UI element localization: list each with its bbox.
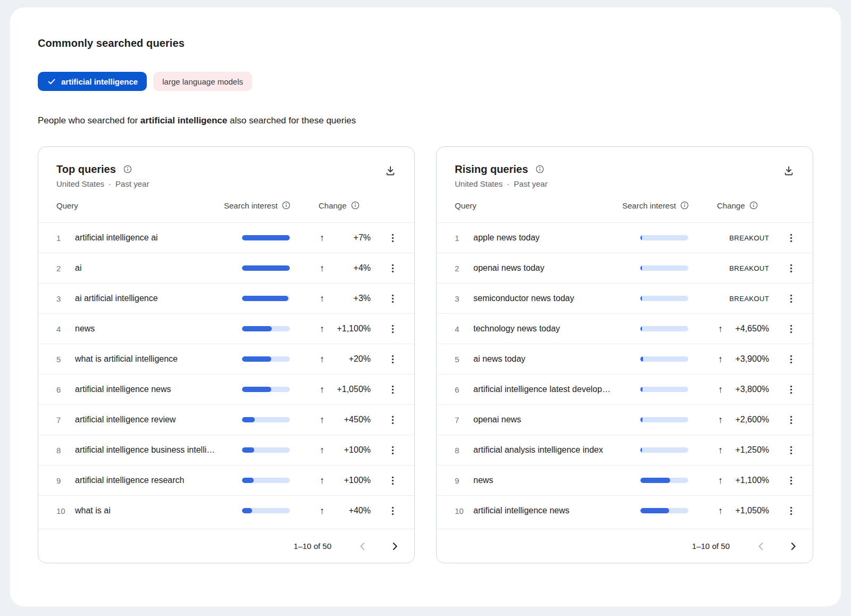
query-label[interactable]: news [75, 324, 242, 334]
kebab-menu-icon[interactable] [389, 292, 396, 305]
query-label[interactable]: what is ai [75, 506, 242, 515]
card-title: Top queries [56, 163, 116, 176]
query-label[interactable]: news [473, 476, 640, 485]
kebab-menu-icon[interactable] [788, 474, 795, 487]
next-page-icon[interactable] [386, 537, 404, 555]
kebab-menu-icon[interactable] [788, 413, 795, 427]
kebab-menu-icon[interactable] [389, 444, 396, 457]
change-cell: ↑ BREAKOUT [718, 263, 769, 273]
search-interest-bar [640, 235, 688, 240]
up-arrow-icon: ↑ [718, 476, 723, 485]
check-icon [47, 77, 56, 86]
kebab-menu-icon[interactable] [389, 504, 396, 518]
subtitle-separator: · [507, 179, 510, 188]
change-value: BREAKOUT [729, 295, 769, 303]
query-label[interactable]: artificial intelligence business intelli… [75, 445, 242, 455]
query-label[interactable]: openai news today [473, 263, 640, 273]
query-label[interactable]: ai news today [473, 354, 640, 364]
table-row: 2 ai ↑ +4% [38, 253, 414, 283]
up-arrow-icon: ↑ [320, 324, 324, 334]
search-interest-bar [640, 508, 688, 513]
kebab-menu-icon[interactable] [389, 262, 396, 275]
query-label[interactable]: semiconductor news today [473, 294, 640, 303]
previous-page-icon[interactable] [752, 537, 770, 555]
change-value: +3% [354, 294, 371, 303]
download-icon[interactable] [781, 163, 797, 179]
query-label[interactable]: openai news [473, 415, 640, 424]
interest-bar-fill [242, 447, 254, 453]
next-page-icon[interactable] [784, 537, 802, 555]
query-label[interactable]: artificial intelligence ai [75, 233, 242, 243]
info-icon[interactable] [533, 163, 546, 176]
download-icon[interactable] [382, 163, 398, 179]
kebab-menu-icon[interactable] [788, 383, 795, 396]
change-cell: ↑ +100% [320, 476, 371, 485]
query-label[interactable]: what is artificial intelligence [75, 354, 242, 364]
query-label[interactable]: apple news today [473, 233, 640, 243]
change-cell: ↑ +7% [320, 233, 371, 243]
interest-bar-fill [640, 508, 669, 513]
kebab-menu-icon[interactable] [788, 292, 795, 305]
region-label: United States [56, 179, 104, 188]
change-value: +1,050% [735, 506, 769, 515]
change-cell: ↑ +20% [320, 354, 371, 364]
page-title: Commonly searched queries [38, 37, 813, 49]
chip-artificial-intelligence[interactable]: artificial intelligence [38, 72, 147, 91]
query-label[interactable]: artificial intelligence latest develop… [473, 385, 640, 394]
kebab-menu-icon[interactable] [389, 322, 396, 336]
kebab-menu-icon[interactable] [788, 353, 795, 366]
change-value: +4% [354, 263, 371, 273]
kebab-menu-icon[interactable] [788, 504, 795, 518]
query-label[interactable]: artificial analysis intelligence index [473, 445, 640, 455]
kebab-menu-icon[interactable] [788, 262, 795, 275]
query-label[interactable]: ai [75, 263, 242, 273]
search-interest-bar [242, 478, 290, 483]
row-rank: 9 [56, 476, 75, 485]
table-row: 5 ai news today ↑ +3,900% [437, 344, 813, 374]
previous-page-icon[interactable] [354, 537, 372, 555]
chip-large-language-models[interactable]: large language models [153, 72, 252, 91]
chip-label: large language models [162, 77, 243, 86]
query-label[interactable]: artificial intelligence news [75, 385, 242, 394]
info-icon[interactable] [121, 163, 134, 176]
info-icon[interactable] [680, 201, 689, 210]
change-cell: ↑ +450% [320, 415, 371, 424]
pagination-label: 1–10 of 50 [294, 542, 331, 551]
change-value: +2,600% [735, 415, 769, 424]
kebab-menu-icon[interactable] [389, 474, 396, 487]
kebab-menu-icon[interactable] [389, 231, 396, 245]
interest-bar-fill [242, 387, 271, 392]
kebab-menu-icon[interactable] [389, 413, 396, 427]
pagination-bar: 1–10 of 50 [38, 529, 414, 563]
interest-bar-fill [640, 356, 643, 362]
up-arrow-icon: ↑ [718, 354, 723, 364]
description-highlight: artificial intelligence [140, 115, 227, 126]
rising-queries-card: Rising queries United States · Past year… [436, 146, 813, 563]
info-icon[interactable] [351, 201, 360, 210]
up-arrow-icon: ↑ [320, 263, 324, 273]
search-interest-bar [242, 387, 290, 392]
query-label[interactable]: ai artificial intelligence [75, 294, 242, 303]
row-rank: 4 [455, 324, 473, 334]
search-interest-bar [640, 417, 688, 422]
info-icon[interactable] [749, 201, 758, 210]
change-value: +1,100% [337, 324, 371, 334]
query-table-rows: 1 apple news today ↑ BREAKOUT 2 openai n… [437, 222, 813, 526]
column-search-interest: Search interest [622, 201, 676, 210]
change-value: +7% [354, 233, 371, 243]
search-interest-bar [242, 508, 290, 513]
kebab-menu-icon[interactable] [389, 353, 396, 366]
search-interest-bar [640, 356, 688, 362]
kebab-menu-icon[interactable] [788, 231, 795, 245]
period-label: Past year [514, 179, 547, 188]
info-icon[interactable] [282, 201, 290, 210]
kebab-menu-icon[interactable] [788, 322, 795, 336]
kebab-menu-icon[interactable] [389, 383, 396, 396]
query-label[interactable]: technology news today [473, 324, 640, 334]
row-rank: 7 [56, 415, 75, 424]
change-cell: ↑ +1,100% [718, 476, 769, 485]
query-label[interactable]: artificial intelligence research [75, 476, 242, 485]
query-label[interactable]: artificial intelligence news [473, 506, 640, 515]
kebab-menu-icon[interactable] [788, 444, 795, 457]
query-label[interactable]: artificial intelligence review [75, 415, 242, 424]
